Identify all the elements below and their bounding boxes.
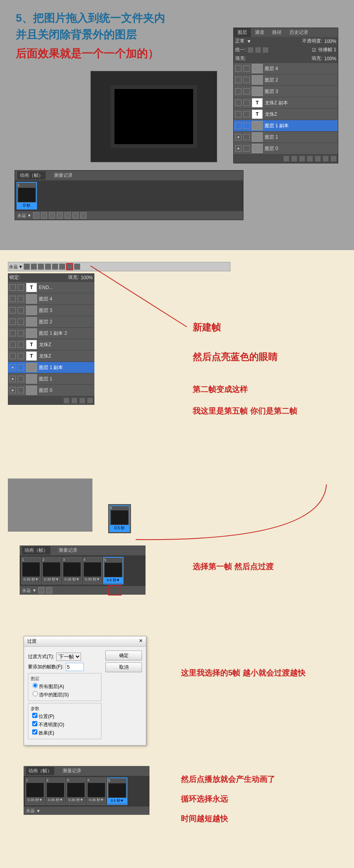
new-frame-icon[interactable] [66, 263, 73, 270]
visibility-icon[interactable] [9, 341, 16, 348]
check-effects[interactable] [32, 729, 37, 734]
tab-paths[interactable]: 路径 [268, 28, 286, 37]
tween-icon[interactable] [65, 212, 71, 219]
lock-icon[interactable] [243, 111, 250, 117]
visibility-icon[interactable] [9, 307, 16, 313]
lock-icon[interactable] [243, 65, 250, 72]
layer-row[interactable]: 图层 2 [8, 316, 94, 328]
frame-1[interactable]: 1 0 秒 [17, 182, 37, 210]
cancel-button[interactable]: 取消 [105, 662, 142, 672]
frame[interactable]: 4 0.35 秒▼ [83, 557, 102, 584]
lock-icon[interactable] [18, 353, 24, 359]
frames-input[interactable] [66, 663, 84, 671]
loop-select[interactable]: 永远 ▼ [17, 213, 31, 219]
lock-icon[interactable] [18, 284, 24, 291]
radio-selected-layers[interactable] [33, 691, 38, 696]
visibility-icon[interactable] [235, 145, 242, 152]
lock-icon[interactable] [18, 330, 24, 336]
blend-mode[interactable]: 正常 [235, 38, 245, 45]
tween-icon[interactable] [46, 587, 52, 594]
visibility-icon[interactable] [235, 100, 242, 106]
layer-row[interactable]: 图层 2 [234, 74, 338, 86]
layer-row[interactable]: 图层 1 [234, 132, 338, 143]
play-icon[interactable] [38, 587, 44, 594]
layer-row[interactable]: 图层 1 副本 [234, 120, 338, 132]
frame[interactable]: 2 0.35 秒▼ [42, 557, 61, 584]
radio-all-layers[interactable] [33, 683, 38, 688]
new-layer-icon[interactable] [323, 156, 328, 161]
frame[interactable]: 1 0.35 秒▼ [21, 557, 41, 584]
layer-row[interactable]: T 龙珠Z 副本 [234, 97, 338, 109]
layer-row[interactable]: 图层 4 [8, 293, 94, 305]
layer-row[interactable]: 图层 1 副本 2 [8, 328, 94, 339]
close-icon[interactable]: ✕ [139, 638, 143, 645]
visibility-icon[interactable] [235, 65, 242, 72]
layer-row[interactable]: T 龙珠Z [234, 109, 338, 120]
next-frame-icon[interactable] [57, 212, 63, 219]
lock-icon[interactable] [243, 77, 250, 83]
adjust-icon[interactable] [307, 156, 313, 161]
lock-icon[interactable] [243, 122, 250, 129]
visibility-icon[interactable] [9, 353, 16, 359]
frame[interactable]: 2 0.35 秒▼ [46, 777, 65, 805]
layer-row[interactable]: 图层 4 [234, 63, 338, 74]
stop-icon[interactable] [38, 263, 44, 270]
unify-icon[interactable] [263, 47, 268, 53]
lock-icon[interactable] [18, 319, 24, 325]
layer-row[interactable]: T END... [8, 282, 94, 293]
new-layer-icon[interactable] [79, 398, 85, 403]
tween-icon[interactable] [59, 263, 65, 270]
lock-icon[interactable] [243, 88, 250, 95]
frame[interactable]: 5 0.5 秒▼ [103, 557, 124, 584]
play-icon[interactable] [49, 212, 55, 219]
prev-frame-icon[interactable] [41, 212, 47, 219]
trash-icon[interactable] [331, 156, 336, 161]
frame-5[interactable]: 5 0.5 秒 [109, 505, 130, 532]
layer-row[interactable]: 图层 1 [8, 373, 94, 385]
mask-icon[interactable] [72, 398, 77, 403]
frame[interactable]: 1 0.35 秒▼ [25, 777, 45, 805]
tab-history[interactable]: 历史记录 [286, 28, 312, 37]
visibility-icon[interactable] [235, 88, 242, 95]
delete-frame-icon[interactable] [74, 263, 80, 270]
check-opacity[interactable] [32, 721, 37, 726]
visibility-icon[interactable] [235, 122, 242, 129]
layer-row[interactable]: 图层 3 [8, 305, 94, 316]
lock-icon[interactable] [18, 296, 24, 302]
visibility-icon[interactable] [9, 296, 16, 302]
layer-row[interactable]: 图层 1 副本 [8, 362, 94, 373]
lock-icon[interactable] [18, 307, 24, 313]
lock-icon[interactable] [243, 134, 250, 140]
link-icon[interactable] [284, 156, 289, 161]
fx-icon[interactable] [291, 156, 297, 161]
visibility-icon[interactable] [9, 319, 16, 325]
visibility-icon[interactable] [9, 330, 16, 336]
layer-row[interactable]: 图层 0 [234, 143, 338, 154]
unify-icon[interactable] [248, 47, 253, 53]
visibility-icon[interactable] [9, 387, 16, 393]
tab-layers[interactable]: 图层 [234, 28, 251, 37]
visibility-icon[interactable] [9, 376, 16, 382]
visibility-icon[interactable] [9, 284, 16, 291]
lock-icon[interactable] [243, 100, 250, 106]
unify-icon[interactable] [255, 47, 261, 53]
ok-button[interactable]: 确定 [105, 651, 142, 660]
frame[interactable]: 3 0.35 秒▼ [66, 777, 86, 805]
lock-icon[interactable] [18, 376, 24, 382]
opacity-value[interactable]: 100% [324, 39, 336, 44]
tween-method-select[interactable]: 下一帧 [56, 653, 81, 661]
tab-animation[interactable]: 动画（帧） [17, 171, 46, 180]
check-position[interactable] [32, 713, 37, 718]
new-frame-icon[interactable] [72, 212, 79, 219]
layer-row[interactable]: 图层 0 [8, 385, 94, 396]
visibility-icon[interactable] [235, 134, 242, 140]
tab-measure[interactable]: 测量记录 [52, 171, 75, 180]
next-frame-icon[interactable] [52, 263, 58, 270]
prev-frame-icon[interactable] [31, 263, 37, 270]
fx-icon[interactable] [64, 398, 69, 403]
fill-value[interactable]: 100% [324, 56, 336, 61]
first-frame-icon[interactable] [24, 263, 30, 270]
lock-icon[interactable] [18, 341, 24, 348]
mask-icon[interactable] [299, 156, 305, 161]
visibility-icon[interactable] [9, 364, 16, 371]
